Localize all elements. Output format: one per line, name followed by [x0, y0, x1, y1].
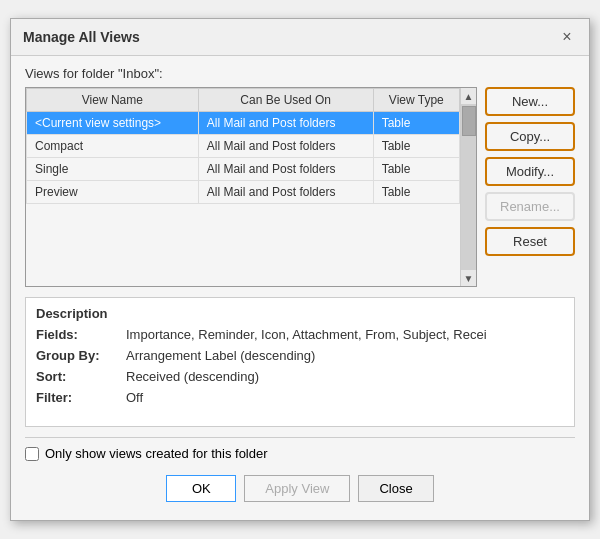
table-row[interactable]: <Current view settings>All Mail and Post… — [27, 112, 460, 135]
desc-key: Filter: — [36, 390, 126, 405]
views-table: View Name Can Be Used On View Type <Curr… — [26, 88, 460, 204]
desc-value: Importance, Reminder, Icon, Attachment, … — [126, 327, 564, 342]
scroll-up-button[interactable]: ▲ — [461, 88, 477, 104]
desc-row: Filter:Off — [36, 390, 564, 405]
description-title: Description — [36, 306, 564, 321]
apply-view-button: Apply View — [244, 475, 350, 502]
row-view-type: Table — [373, 181, 459, 204]
desc-value: Off — [126, 390, 564, 405]
desc-row: Group By:Arrangement Label (descending) — [36, 348, 564, 363]
row-view-name: Compact — [27, 135, 199, 158]
dialog-title: Manage All Views — [23, 29, 140, 45]
checkbox-label: Only show views created for this folder — [45, 446, 268, 461]
row-view-name: <Current view settings> — [27, 112, 199, 135]
scroll-thumb — [462, 106, 476, 136]
row-used-on: All Mail and Post folders — [198, 158, 373, 181]
row-view-type: Table — [373, 112, 459, 135]
row-view-type: Table — [373, 158, 459, 181]
reset-button[interactable]: Reset — [485, 227, 575, 256]
table-row[interactable]: CompactAll Mail and Post foldersTable — [27, 135, 460, 158]
row-view-name: Preview — [27, 181, 199, 204]
row-view-name: Single — [27, 158, 199, 181]
desc-key: Sort: — [36, 369, 126, 384]
only-show-checkbox[interactable] — [25, 447, 39, 461]
copy-button[interactable]: Copy... — [485, 122, 575, 151]
row-used-on: All Mail and Post folders — [198, 181, 373, 204]
col-can-be-used: Can Be Used On — [198, 89, 373, 112]
row-used-on: All Mail and Post folders — [198, 112, 373, 135]
side-buttons: New...Copy...Modify...Rename...Reset — [485, 87, 575, 287]
table-row[interactable]: SingleAll Mail and Post foldersTable — [27, 158, 460, 181]
modify-button[interactable]: Modify... — [485, 157, 575, 186]
views-section: View Name Can Be Used On View Type <Curr… — [25, 87, 575, 287]
desc-key: Group By: — [36, 348, 126, 363]
close-button[interactable]: Close — [358, 475, 433, 502]
row-view-type: Table — [373, 135, 459, 158]
description-box: Description Fields:Importance, Reminder,… — [25, 297, 575, 427]
folder-label: Views for folder "Inbox": — [25, 66, 575, 81]
desc-row: Sort:Received (descending) — [36, 369, 564, 384]
dialog-body: Views for folder "Inbox": View Name Can … — [11, 56, 589, 520]
col-view-name: View Name — [27, 89, 199, 112]
divider — [25, 437, 575, 438]
bottom-buttons: OKApply ViewClose — [25, 471, 575, 510]
desc-value: Arrangement Label (descending) — [126, 348, 564, 363]
scroll-down-button[interactable]: ▼ — [461, 270, 477, 286]
new-button[interactable]: New... — [485, 87, 575, 116]
close-icon[interactable]: × — [557, 27, 577, 47]
table-row[interactable]: PreviewAll Mail and Post foldersTable — [27, 181, 460, 204]
scrollbar: ▲ ▼ — [460, 88, 476, 286]
scroll-track — [461, 104, 476, 270]
table-scroll-inner: View Name Can Be Used On View Type <Curr… — [26, 88, 460, 286]
ok-button[interactable]: OK — [166, 475, 236, 502]
desc-row: Fields:Importance, Reminder, Icon, Attac… — [36, 327, 564, 342]
manage-all-views-dialog: Manage All Views × Views for folder "Inb… — [10, 18, 590, 521]
rename-button: Rename... — [485, 192, 575, 221]
title-bar: Manage All Views × — [11, 19, 589, 56]
col-view-type: View Type — [373, 89, 459, 112]
views-table-container: View Name Can Be Used On View Type <Curr… — [25, 87, 477, 287]
desc-value: Received (descending) — [126, 369, 564, 384]
row-used-on: All Mail and Post folders — [198, 135, 373, 158]
desc-key: Fields: — [36, 327, 126, 342]
checkbox-row: Only show views created for this folder — [25, 446, 575, 461]
